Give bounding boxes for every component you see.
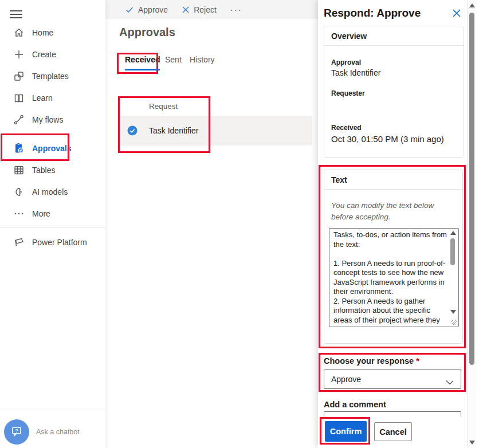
sidebar-item-label: Templates <box>32 72 69 81</box>
sidebar-item-more[interactable]: More <box>0 203 105 225</box>
sidebar-item-tables[interactable]: Tables <box>0 159 105 181</box>
templates-icon <box>13 70 25 82</box>
close-icon[interactable] <box>451 8 463 19</box>
tab-history[interactable]: History <box>190 55 215 64</box>
page-title: Approvals <box>119 26 175 39</box>
sidebar-item-learn[interactable]: Learn <box>0 87 105 109</box>
sidebar-item-approvals[interactable]: Approvals <box>0 137 105 159</box>
received-value: Oct 30, 01:50 PM (3 min ago) <box>331 134 444 144</box>
sidebar-item-label: More <box>32 209 50 218</box>
sidebar-item-create[interactable]: Create <box>0 44 105 65</box>
approvals-icon <box>13 143 25 154</box>
approvals-table: Request Task Identifier <box>120 96 312 146</box>
sidebar-nav: Home Create Templates Learn My f <box>0 22 105 225</box>
sidebar-item-label: Home <box>32 28 53 37</box>
response-textarea[interactable]: Tasks, to-dos, or action items from the … <box>329 228 459 327</box>
sidebar-item-label: Power Platform <box>32 238 87 247</box>
approval-value: Task Identifier <box>331 68 380 77</box>
table-row[interactable]: Task Identifier <box>120 116 312 146</box>
requester-label: Requester <box>331 89 365 97</box>
reject-command-label: Reject <box>194 5 217 14</box>
comment-label: Add a comment <box>324 400 386 409</box>
reject-command[interactable]: Reject <box>182 5 217 14</box>
sidebar-item-ai-models[interactable]: AI models <box>0 181 105 203</box>
scroll-down-icon[interactable] <box>469 441 475 445</box>
tables-icon <box>13 164 25 176</box>
scroll-thumb[interactable] <box>469 13 474 365</box>
overview-card: Overview Approval Task Identifier Reques… <box>324 26 464 158</box>
tab-received[interactable]: Received <box>125 55 160 64</box>
sidebar-item-label: Tables <box>32 166 55 175</box>
tab-sent[interactable]: Sent <box>165 55 182 64</box>
learn-icon <box>13 92 25 104</box>
sidebar-item-power-platform[interactable]: Power Platform <box>0 231 87 253</box>
command-bar: Approve Reject ··· <box>105 0 318 19</box>
table-header-request: Request <box>120 96 312 116</box>
request-title: Task Identifier <box>149 126 198 135</box>
cancel-button[interactable]: Cancel <box>374 422 412 441</box>
text-hint: You can modify the text below before acc… <box>331 200 454 223</box>
ai-models-icon <box>13 186 25 198</box>
text-card: Text You can modify the text below befor… <box>324 170 463 344</box>
main-content: Approve Reject ··· Approvals Received Se… <box>105 0 318 448</box>
more-commands-icon[interactable]: ··· <box>230 5 242 14</box>
sidebar-item-label: Create <box>32 50 56 59</box>
resize-grip[interactable] <box>451 320 457 325</box>
sidebar-item-templates[interactable]: Templates <box>0 65 105 87</box>
required-asterisk: * <box>416 356 419 366</box>
scroll-thumb[interactable] <box>450 238 455 265</box>
textarea-scrollbar[interactable] <box>449 230 457 316</box>
sidebar-item-label: Learn <box>32 93 53 103</box>
plus-icon <box>13 49 25 60</box>
approve-command-label: Approve <box>138 5 168 14</box>
sidebar-item-my-flows[interactable]: My flows <box>0 109 105 131</box>
chatbot-icon[interactable]: ? <box>4 419 29 445</box>
selected-check-icon[interactable] <box>127 125 138 136</box>
sidebar-divider <box>0 227 105 228</box>
chatbot-launcher[interactable]: ? Ask a chatbot <box>4 419 80 445</box>
received-label: Received <box>331 124 362 132</box>
sidebar-item-label: Approvals <box>32 144 71 153</box>
panel-scrollbar[interactable] <box>467 0 476 448</box>
sidebar: Home Create Templates Learn My f <box>0 0 105 448</box>
response-dropdown[interactable]: Approve <box>324 370 461 389</box>
chevron-down-icon <box>446 378 454 387</box>
approve-command[interactable]: Approve <box>125 5 168 14</box>
scroll-up-icon[interactable] <box>450 231 456 235</box>
power-platform-icon <box>13 237 25 248</box>
approval-label: Approval <box>331 58 361 66</box>
home-icon <box>13 27 25 38</box>
power-automate-app: Home Create Templates Learn My f <box>0 0 479 448</box>
comment-input[interactable] <box>324 411 461 417</box>
text-heading: Text <box>324 170 462 190</box>
respond-panel: Respond: Approve Overview Approval Task … <box>318 0 479 448</box>
scroll-down-icon[interactable] <box>450 310 456 314</box>
sidebar-footer-divider <box>0 410 105 410</box>
hamburger-menu-icon[interactable] <box>10 8 22 18</box>
sidebar-item-home[interactable]: Home <box>0 22 105 44</box>
scroll-up-icon[interactable] <box>469 3 475 7</box>
response-dropdown-value: Approve <box>331 375 361 384</box>
response-label: Choose your response * <box>324 356 419 366</box>
confirm-button[interactable]: Confirm <box>325 421 367 442</box>
panel-title: Respond: Approve <box>324 7 421 19</box>
check-icon <box>125 5 134 14</box>
chatbot-label: Ask a chatbot <box>36 428 80 436</box>
svg-text:?: ? <box>15 428 18 434</box>
flows-icon <box>13 114 25 125</box>
overview-heading: Overview <box>324 26 464 46</box>
more-icon <box>13 208 25 219</box>
x-icon <box>182 6 190 14</box>
sidebar-item-label: My flows <box>32 115 63 124</box>
sidebar-item-label: AI models <box>32 187 68 197</box>
